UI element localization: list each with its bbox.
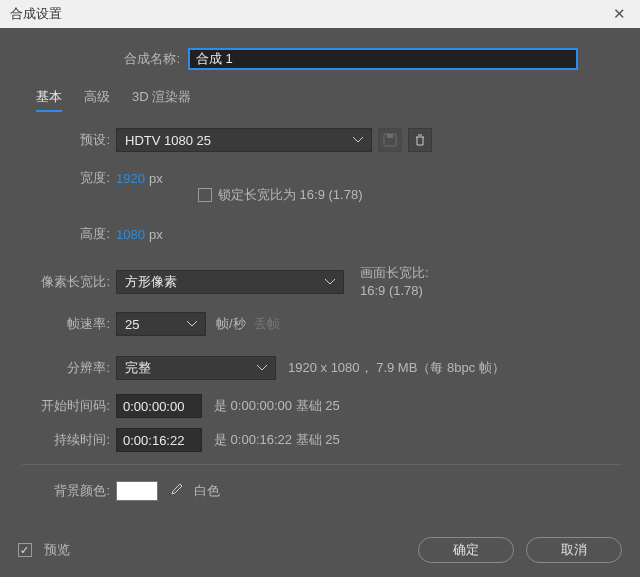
composition-name-label: 合成名称: xyxy=(18,50,188,68)
tabs: 基本 高级 3D 渲染器 xyxy=(18,88,622,112)
close-icon[interactable]: ✕ xyxy=(607,3,632,25)
tab-advanced[interactable]: 高级 xyxy=(84,88,110,112)
resolution-info: 1920 x 1080， 7.9 MB（每 8bpc 帧） xyxy=(288,359,505,377)
far-label: 画面长宽比: xyxy=(360,264,429,282)
par-value: 方形像素 xyxy=(125,273,177,291)
trash-icon[interactable] xyxy=(408,128,432,152)
resolution-label: 分辨率: xyxy=(22,359,116,377)
footer: 预览 确定 取消 xyxy=(0,525,640,577)
preset-dropdown[interactable]: HDTV 1080 25 xyxy=(116,128,372,152)
frame-aspect-info: 画面长宽比: 16:9 (1.78) xyxy=(360,264,429,300)
chevron-down-icon xyxy=(187,321,197,327)
start-timecode-input[interactable]: 0:00:00:00 xyxy=(116,394,202,418)
start-timecode-label: 开始时间码: xyxy=(22,397,116,415)
ok-button[interactable]: 确定 xyxy=(418,537,514,563)
height-unit: px xyxy=(149,227,163,242)
width-label: 宽度: xyxy=(22,169,116,187)
fps-value: 25 xyxy=(125,317,139,332)
par-dropdown[interactable]: 方形像素 xyxy=(116,270,344,294)
duration-info: 是 0:00:16:22 基础 25 xyxy=(214,431,340,449)
width-unit: px xyxy=(149,171,163,186)
cancel-button[interactable]: 取消 xyxy=(526,537,622,563)
bgcolor-name: 白色 xyxy=(194,482,220,500)
duration-label: 持续时间: xyxy=(22,431,116,449)
eyedropper-icon[interactable] xyxy=(168,482,184,501)
lock-aspect-checkbox[interactable] xyxy=(198,188,212,202)
lock-aspect-label: 锁定长宽比为 16:9 (1.78) xyxy=(218,186,363,204)
fps-label: 帧速率: xyxy=(22,315,116,333)
height-label: 高度: xyxy=(22,225,116,243)
far-value: 16:9 (1.78) xyxy=(360,282,429,300)
svg-rect-1 xyxy=(387,134,393,138)
resolution-value: 完整 xyxy=(125,359,151,377)
chevron-down-icon xyxy=(257,365,267,371)
bgcolor-label: 背景颜色: xyxy=(22,482,116,500)
fps-dropdown[interactable]: 25 xyxy=(116,312,206,336)
duration-input[interactable]: 0:00:16:22 xyxy=(116,428,202,452)
composition-name-input[interactable] xyxy=(188,48,578,70)
par-label: 像素长宽比: xyxy=(22,273,116,291)
resolution-dropdown[interactable]: 完整 xyxy=(116,356,276,380)
save-preset-icon[interactable] xyxy=(378,128,402,152)
height-input[interactable]: 1080 xyxy=(116,227,145,242)
preview-label: 预览 xyxy=(44,541,70,559)
window-title: 合成设置 xyxy=(10,5,62,23)
fps-dropframe: 丢帧 xyxy=(254,315,280,333)
bgcolor-swatch[interactable] xyxy=(116,481,158,501)
chevron-down-icon xyxy=(353,137,363,143)
preset-value: HDTV 1080 25 xyxy=(125,133,211,148)
tab-basic[interactable]: 基本 xyxy=(36,88,62,112)
width-input[interactable]: 1920 xyxy=(116,171,145,186)
titlebar: 合成设置 ✕ xyxy=(0,0,640,28)
divider xyxy=(22,464,622,465)
composition-name-row: 合成名称: xyxy=(18,48,622,70)
fps-unit: 帧/秒 xyxy=(216,315,246,333)
preview-checkbox[interactable] xyxy=(18,543,32,557)
preset-label: 预设: xyxy=(22,131,116,149)
start-timecode-info: 是 0:00:00:00 基础 25 xyxy=(214,397,340,415)
chevron-down-icon xyxy=(325,279,335,285)
tab-3d-renderer[interactable]: 3D 渲染器 xyxy=(132,88,191,112)
